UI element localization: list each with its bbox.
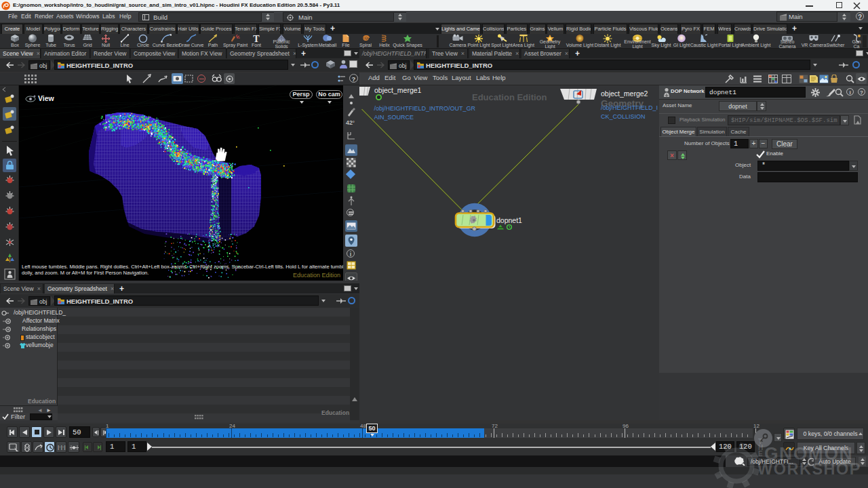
svg-text:object_merge2: object_merge2 xyxy=(601,89,648,98)
svg-text:/obj/HEIGHTFIELD_I: /obj/HEIGHTFIELD_I xyxy=(601,104,658,111)
svg-text:object_merge1: object_merge1 xyxy=(374,86,422,94)
svg-text:/obj/HEIGHTFIELD_INTRO/OUT_GR: /obj/HEIGHTFIELD_INTRO/OUT_GR xyxy=(374,105,476,112)
svg-text:CK_COLLISION: CK_COLLISION xyxy=(601,113,646,120)
svg-text:AIN_SOURCE: AIN_SOURCE xyxy=(374,114,414,121)
svg-text:Education Edition: Education Edition xyxy=(472,92,547,102)
svg-text:dopnet1: dopnet1 xyxy=(496,216,522,224)
